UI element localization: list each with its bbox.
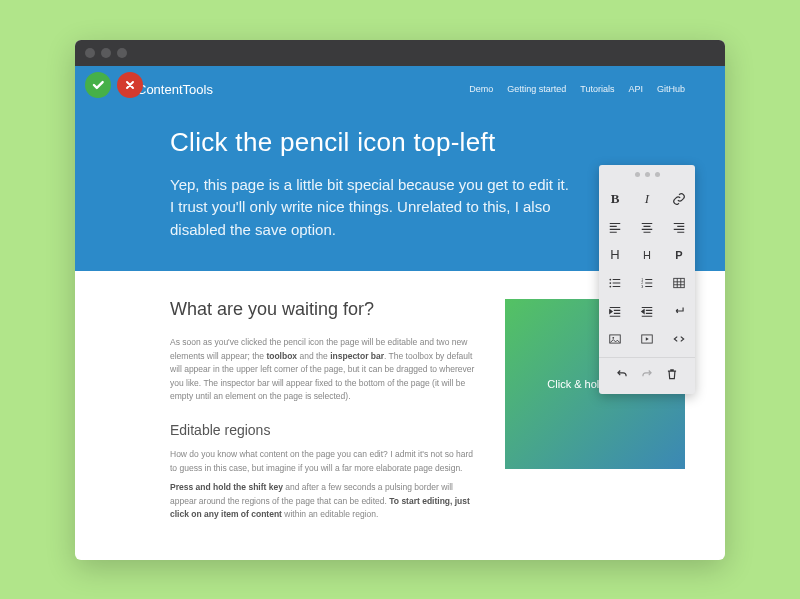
align-left-icon xyxy=(608,220,622,234)
heading-icon: H xyxy=(610,247,619,262)
tool-italic[interactable]: I xyxy=(631,185,663,213)
section-heading[interactable]: What are you waiting for? xyxy=(170,299,481,320)
tool-remove[interactable] xyxy=(660,364,684,384)
link-icon xyxy=(672,192,686,206)
check-icon xyxy=(91,78,105,92)
tool-ol[interactable]: 123 xyxy=(631,269,663,297)
hero-title[interactable]: Click the pencil icon top-left xyxy=(170,127,685,158)
traffic-close-icon[interactable] xyxy=(85,48,95,58)
tool-preformatted[interactable] xyxy=(663,325,695,353)
tool-paragraph[interactable]: P xyxy=(663,241,695,269)
svg-rect-6 xyxy=(674,278,685,287)
nav-tutorials[interactable]: Tutorials xyxy=(580,84,614,94)
grip-dot-icon xyxy=(655,172,660,177)
line-break-icon xyxy=(672,304,686,318)
tool-ul[interactable] xyxy=(599,269,631,297)
subsection-heading[interactable]: Editable regions xyxy=(170,422,481,438)
toolbox-footer xyxy=(599,357,695,386)
tool-align-right[interactable] xyxy=(663,213,695,241)
nav-getting-started[interactable]: Getting started xyxy=(507,84,566,94)
indent-icon xyxy=(608,304,622,318)
tool-indent[interactable] xyxy=(599,297,631,325)
image-icon xyxy=(608,332,622,346)
tool-align-center[interactable] xyxy=(631,213,663,241)
toolbox[interactable]: B I H H P 123 xyxy=(599,165,695,394)
tool-table[interactable] xyxy=(663,269,695,297)
subheading-icon: H xyxy=(643,249,651,261)
undo-icon xyxy=(615,367,629,381)
brand-label: ContentTools xyxy=(137,82,213,97)
nav-row: ContentTools Demo Getting started Tutori… xyxy=(115,66,685,127)
tool-undo[interactable] xyxy=(610,364,634,384)
tool-line-break[interactable] xyxy=(663,297,695,325)
app-window: ContentTools Demo Getting started Tutori… xyxy=(75,40,725,560)
tool-heading[interactable]: H xyxy=(599,241,631,269)
align-center-icon xyxy=(640,220,654,234)
list-ol-icon: 123 xyxy=(640,276,654,290)
nav-demo[interactable]: Demo xyxy=(469,84,493,94)
paragraph-icon: P xyxy=(675,249,682,261)
redo-icon xyxy=(640,367,654,381)
grip-dot-icon xyxy=(635,172,640,177)
table-icon xyxy=(672,276,686,290)
hero-subtitle[interactable]: Yep, this page is a little bit special b… xyxy=(170,174,570,242)
toolbox-grid: B I H H P 123 xyxy=(599,185,695,353)
tool-link[interactable] xyxy=(663,185,695,213)
bold-icon: B xyxy=(611,191,620,207)
tool-subheading[interactable]: H xyxy=(631,241,663,269)
shift-paragraph[interactable]: Press and hold the shift key and after a… xyxy=(170,481,481,522)
nav-links: Demo Getting started Tutorials API GitHu… xyxy=(469,84,685,94)
list-ul-icon xyxy=(608,276,622,290)
text-column: What are you waiting for? As soon as you… xyxy=(170,299,481,528)
confirm-button[interactable] xyxy=(85,72,111,98)
editor-actions xyxy=(85,72,143,98)
window-titlebar xyxy=(75,40,725,66)
svg-text:3: 3 xyxy=(641,284,643,288)
regions-paragraph[interactable]: How do you know what content on the page… xyxy=(170,448,481,475)
toolbox-grip[interactable] xyxy=(599,165,695,185)
grip-dot-icon xyxy=(645,172,650,177)
tool-outdent[interactable] xyxy=(631,297,663,325)
cancel-button[interactable] xyxy=(117,72,143,98)
tool-bold[interactable]: B xyxy=(599,185,631,213)
nav-github[interactable]: GitHub xyxy=(657,84,685,94)
traffic-zoom-icon[interactable] xyxy=(117,48,127,58)
italic-icon: I xyxy=(645,191,649,207)
close-icon xyxy=(124,79,136,91)
code-icon xyxy=(672,332,686,346)
align-right-icon xyxy=(672,220,686,234)
trash-icon xyxy=(665,367,679,381)
traffic-minimize-icon[interactable] xyxy=(101,48,111,58)
tool-align-left[interactable] xyxy=(599,213,631,241)
svg-point-0 xyxy=(609,278,611,280)
svg-point-2 xyxy=(609,285,611,287)
tool-image[interactable] xyxy=(599,325,631,353)
tool-video[interactable] xyxy=(631,325,663,353)
outdent-icon xyxy=(640,304,654,318)
svg-point-8 xyxy=(612,336,614,338)
intro-paragraph[interactable]: As soon as you've clicked the pencil ico… xyxy=(170,336,481,404)
svg-point-1 xyxy=(609,282,611,284)
tool-redo[interactable] xyxy=(635,364,659,384)
video-icon xyxy=(640,332,654,346)
nav-api[interactable]: API xyxy=(628,84,643,94)
